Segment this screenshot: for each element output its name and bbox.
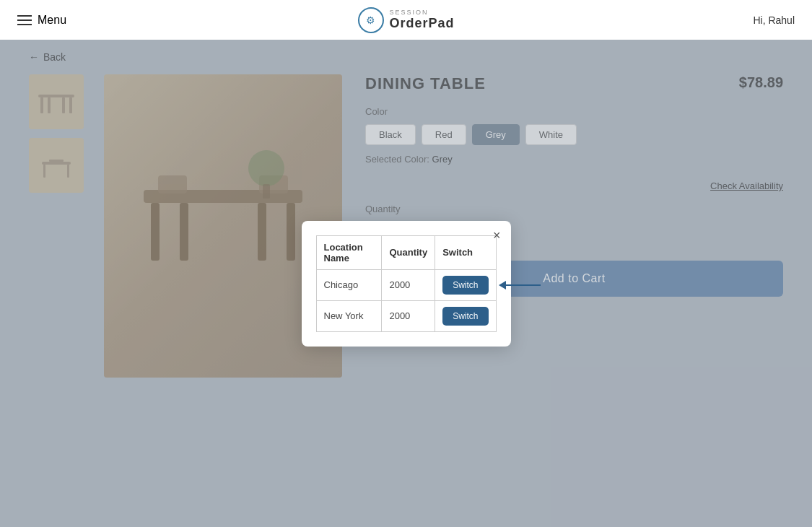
hamburger-icon: [17, 15, 32, 25]
table-row: New York 2000 Switch: [316, 300, 496, 331]
switch-cell-chicago: Switch: [435, 269, 496, 300]
availability-table: Location Name Quantity Switch Chicago 20…: [316, 235, 497, 332]
switch-button-newyork[interactable]: Switch: [442, 307, 488, 326]
switch-cell-newyork: Switch: [435, 300, 496, 331]
location-chicago: Chicago: [316, 269, 382, 300]
quantity-newyork: 2000: [382, 300, 435, 331]
arrow-annotation: [499, 281, 541, 289]
user-greeting: Hi, Rahul: [753, 14, 795, 26]
logo-name-label: OrderPad: [389, 17, 454, 31]
arrow-line: [506, 284, 541, 286]
location-newyork: New York: [316, 300, 382, 331]
table-row: Chicago 2000 Switch: [316, 269, 496, 300]
page-content: ← Back: [0, 40, 812, 527]
modal-overlay: × Location Name Quantity Switch Chicago …: [0, 40, 812, 527]
switch-button-chicago[interactable]: Switch: [442, 276, 488, 295]
col-location: Location Name: [316, 235, 382, 269]
quantity-chicago: 2000: [382, 269, 435, 300]
header: Menu ⚙ SESSION OrderPad Hi, Rahul: [0, 0, 812, 40]
logo-text: SESSION OrderPad: [389, 9, 454, 31]
logo: ⚙ SESSION OrderPad: [357, 7, 454, 33]
modal-close-button[interactable]: ×: [493, 228, 501, 243]
menu-label: Menu: [38, 14, 66, 27]
menu-button[interactable]: Menu: [17, 14, 66, 27]
table-header-row: Location Name Quantity Switch: [316, 235, 496, 269]
logo-icon: ⚙: [357, 7, 383, 33]
col-quantity: Quantity: [382, 235, 435, 269]
arrow-head-icon: [499, 281, 506, 289]
col-switch: Switch: [435, 235, 496, 269]
availability-modal: × Location Name Quantity Switch Chicago …: [302, 221, 511, 347]
